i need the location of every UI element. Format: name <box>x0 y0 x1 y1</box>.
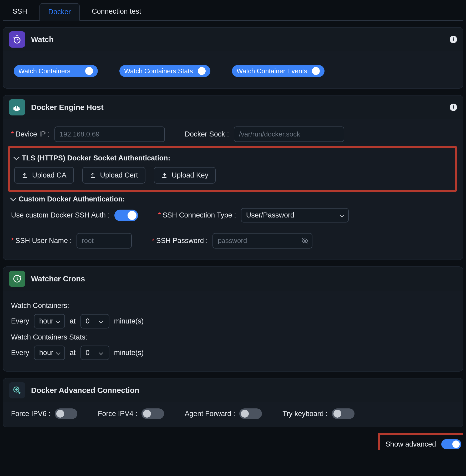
button-label: Upload CA <box>32 171 67 179</box>
toggle-watch-stats[interactable]: Watch Containers Stats <box>119 65 210 77</box>
wc-unit-select[interactable]: hour <box>34 314 65 328</box>
agent-forward-label: Agent Forward <box>185 410 235 418</box>
cron-wc-label: Watch Containers: <box>11 302 455 310</box>
button-label: Upload Key <box>172 171 209 179</box>
toggle-agent-forward[interactable] <box>239 408 262 419</box>
clock-icon <box>9 271 25 287</box>
ipv6-label: Force IPV6 <box>11 410 50 418</box>
chevron-down-icon <box>14 154 19 162</box>
select-value: hour <box>39 317 53 325</box>
wcs-minute-select[interactable]: 0 <box>80 346 109 360</box>
select-value: User/Password <box>246 211 294 219</box>
docker-icon <box>9 99 25 115</box>
engine-title: Docker Engine Host <box>31 103 104 112</box>
card-docker-engine: Docker Engine Host i *Device IP Docker S… <box>3 95 463 260</box>
custom-auth-title: Custom Docker Authentication: <box>19 195 125 203</box>
every-label: Every <box>11 349 29 357</box>
chevron-down-icon <box>99 349 103 357</box>
chevron-down-icon <box>57 317 60 325</box>
select-value: hour <box>39 349 53 357</box>
ssh-type-select[interactable]: User/Password <box>241 208 349 222</box>
toggle-watch-containers[interactable]: Watch Containers <box>14 65 98 77</box>
try-keyboard-label: Try keyboard <box>282 410 328 418</box>
ssh-pwd-input[interactable] <box>212 233 312 249</box>
tab-docker[interactable]: Docker <box>39 3 80 21</box>
cron-wcs-label: Watch Containers Stats: <box>11 333 455 341</box>
upload-icon <box>90 172 96 179</box>
info-icon[interactable]: i <box>450 36 457 43</box>
toggle-show-advanced[interactable] <box>441 439 461 449</box>
watch-title: Watch <box>31 35 54 44</box>
toggle-try-keyboard[interactable] <box>332 408 354 419</box>
select-value: 0 <box>86 317 96 325</box>
chevron-down-icon <box>57 349 60 357</box>
ssh-user-input[interactable] <box>77 233 132 249</box>
info-icon[interactable]: i <box>450 104 457 111</box>
stopwatch-icon <box>9 31 25 48</box>
upload-icon <box>161 172 168 179</box>
upload-key-button[interactable]: Upload Key <box>154 167 216 184</box>
ssh-user-label: *SSH User Name <box>11 237 72 245</box>
upload-icon <box>22 172 28 179</box>
toggle-ipv6[interactable] <box>55 408 77 419</box>
toggle-label: Watch Containers Stats <box>124 67 193 75</box>
select-value: 0 <box>86 349 96 357</box>
at-label: at <box>70 317 76 325</box>
ssh-type-label: *SSH Connection Type <box>158 211 236 219</box>
card-docker-advanced: Docker Advanced Connection Force IPV6 Fo… <box>3 378 463 427</box>
tab-connection-test[interactable]: Connection test <box>83 3 150 21</box>
chevron-down-icon <box>340 211 343 219</box>
chevron-down-icon <box>99 317 103 325</box>
card-watch: Watch i Watch Containers Watch Container… <box>3 27 463 89</box>
card-watcher-crons: Watcher Crons Watch Containers: Every ho… <box>3 266 463 372</box>
device-ip-input[interactable] <box>54 126 165 142</box>
docker-sock-label: Docker Sock <box>185 130 229 138</box>
wc-minute-select[interactable]: 0 <box>80 314 109 328</box>
use-custom-ssh-label: Use custom Docker SSH Auth <box>11 211 110 219</box>
minutes-label: minute(s) <box>114 349 144 357</box>
add-config-icon <box>9 382 25 398</box>
toggle-use-custom-ssh[interactable] <box>114 210 138 221</box>
tls-title: TLS (HTTPS) Docker Socket Authentication… <box>22 154 170 162</box>
upload-ca-button[interactable]: Upload CA <box>14 167 74 184</box>
docker-sock-input[interactable] <box>234 126 344 142</box>
eye-off-icon[interactable] <box>301 237 308 244</box>
custom-auth-collapse[interactable]: Custom Docker Authentication: <box>11 195 455 203</box>
toggle-label: Watch Container Events <box>237 67 307 75</box>
tls-collapse[interactable]: TLS (HTTPS) Docker Socket Authentication… <box>14 154 451 162</box>
at-label: at <box>70 349 76 357</box>
button-label: Upload Cert <box>100 171 138 179</box>
crons-title: Watcher Crons <box>31 275 85 283</box>
tab-ssh[interactable]: SSH <box>4 3 36 21</box>
adv-title: Docker Advanced Connection <box>31 386 139 395</box>
show-advanced-label: Show advanced <box>386 440 436 448</box>
tls-section-highlight: TLS (HTTPS) Docker Socket Authentication… <box>8 146 457 192</box>
chevron-down-icon <box>11 195 16 203</box>
wcs-unit-select[interactable]: hour <box>34 346 65 360</box>
ipv4-label: Force IPV4 <box>98 410 137 418</box>
footer: Show advanced <box>3 433 463 450</box>
every-label: Every <box>11 317 29 325</box>
upload-cert-button[interactable]: Upload Cert <box>82 167 145 184</box>
minutes-label: minute(s) <box>114 317 144 325</box>
toggle-label: Watch Containers <box>18 67 70 75</box>
show-advanced-highlight: Show advanced <box>378 433 463 450</box>
toggle-ipv4[interactable] <box>141 408 164 419</box>
toggle-watch-events[interactable]: Watch Container Events <box>232 65 325 77</box>
device-ip-label: *Device IP <box>11 130 50 138</box>
ssh-pwd-label: *SSH Password <box>152 237 208 245</box>
tabs: SSH Docker Connection test <box>3 3 463 21</box>
